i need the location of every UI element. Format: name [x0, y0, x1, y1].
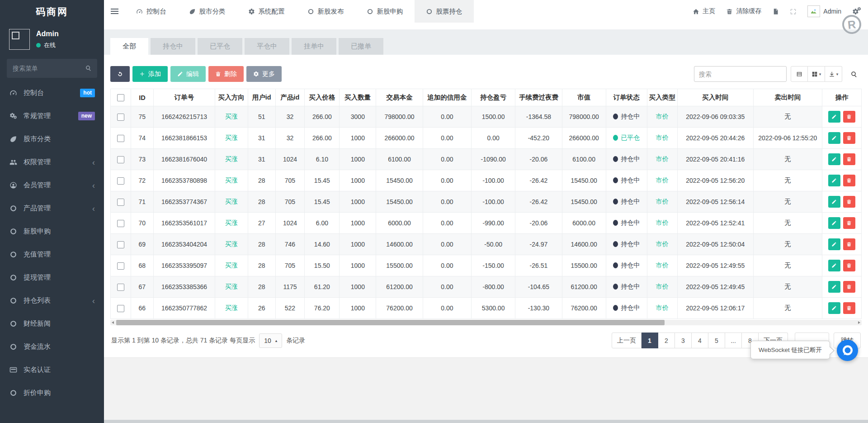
row-checkbox[interactable]	[117, 220, 124, 227]
row-delete-button[interactable]	[843, 132, 855, 144]
topnav-item[interactable]: 股市分类	[178, 0, 237, 23]
row-edit-button[interactable]	[828, 281, 840, 293]
sidebar-item[interactable]: 产品管理‹	[0, 197, 104, 220]
hamburger-menu-icon[interactable]	[104, 0, 125, 23]
fullscreen-icon[interactable]	[790, 8, 797, 15]
sidebar-item[interactable]: 持仓列表‹	[0, 289, 104, 312]
row-checkbox[interactable]	[117, 284, 124, 291]
row-checkbox[interactable]	[117, 199, 124, 206]
circle-icon	[9, 343, 18, 351]
row-checkbox[interactable]	[117, 305, 124, 312]
online-status: 在线	[36, 41, 59, 49]
tab-持仓中[interactable]: 持仓中	[151, 38, 195, 55]
table-search-input[interactable]	[694, 66, 787, 82]
chat-fab-button[interactable]	[837, 340, 858, 361]
row-delete-button[interactable]	[843, 153, 855, 165]
row-edit-button[interactable]	[828, 260, 840, 271]
sidebar-item[interactable]: 股市分类	[0, 128, 104, 151]
page-button-3[interactable]: 3	[675, 333, 692, 348]
page-button-4[interactable]: 4	[692, 333, 708, 348]
row-delete-button[interactable]	[843, 217, 855, 229]
sidebar-item[interactable]: 控制台hot	[0, 81, 104, 105]
tab-挂单中[interactable]: 挂单中	[292, 38, 336, 55]
topnav-item[interactable]: 系统配置	[237, 0, 296, 23]
page-button-1[interactable]: 1	[642, 333, 658, 348]
tab-平仓中[interactable]: 平仓中	[245, 38, 289, 55]
select-all-checkbox[interactable]	[117, 94, 124, 101]
topnav-item[interactable]: 控制台	[125, 0, 178, 23]
row-edit-button[interactable]	[828, 175, 840, 186]
row-checkbox[interactable]	[117, 135, 124, 142]
row-edit-button[interactable]	[828, 196, 840, 208]
sidebar-item[interactable]: 常规管理new	[0, 105, 104, 128]
more-button[interactable]: 更多	[246, 66, 282, 82]
avatar[interactable]	[9, 29, 30, 50]
clear-cache-button[interactable]: 清除缓存	[726, 7, 761, 15]
sidebar-item[interactable]: 资金流水	[0, 335, 104, 358]
settings-gears-icon[interactable]	[852, 8, 859, 15]
sidebar-item[interactable]: 会员管理‹	[0, 174, 104, 197]
delete-button[interactable]: 删除	[208, 66, 244, 82]
tab-已撤单[interactable]: 已撤单	[339, 38, 383, 55]
topnav-item[interactable]: 股票持仓	[415, 0, 474, 23]
sidebar-item[interactable]: 充值管理	[0, 243, 104, 266]
page-size-select[interactable]: 10 ▴	[259, 333, 282, 348]
edit-button[interactable]: 编辑	[170, 66, 206, 82]
detail-view-button[interactable]	[791, 66, 808, 82]
row-edit-button[interactable]	[828, 302, 840, 314]
tab-已平仓[interactable]: 已平仓	[198, 38, 242, 55]
scrollbar-thumb[interactable]	[116, 320, 665, 325]
sidebar-item[interactable]: 实名认证	[0, 358, 104, 381]
export-button[interactable]: ▾	[825, 66, 842, 82]
caret-down-icon: ▾	[836, 72, 839, 76]
sidebar-item[interactable]: 新股申购	[0, 220, 104, 243]
prev-page-button[interactable]: 上一页	[612, 333, 642, 348]
page-button-2[interactable]: 2	[658, 333, 675, 348]
row-edit-button[interactable]	[828, 111, 840, 123]
row-checkbox[interactable]	[117, 241, 124, 248]
column-header: ID	[131, 89, 154, 106]
cell-principal: 6100.00	[376, 149, 423, 170]
page-button-5[interactable]: 5	[708, 333, 725, 348]
horizontal-scrollbar[interactable]	[110, 320, 862, 325]
row-edit-button[interactable]	[828, 153, 840, 165]
row-delete-button[interactable]	[843, 111, 855, 123]
search-toggle-button[interactable]	[846, 66, 862, 82]
row-edit-button[interactable]	[828, 132, 840, 144]
status-badge: 持仓中	[613, 176, 640, 185]
scroll-left-arrow-icon[interactable]	[112, 321, 114, 324]
row-delete-button[interactable]	[843, 281, 855, 293]
columns-button[interactable]: ▾	[808, 66, 825, 82]
page-button-...[interactable]: ...	[725, 333, 742, 348]
add-button[interactable]: 添加	[132, 66, 168, 82]
sidebar-item[interactable]: 折价申购	[0, 381, 104, 404]
tab-全部[interactable]: 全部	[110, 38, 148, 55]
row-checkbox[interactable]	[117, 156, 124, 163]
sidebar-item[interactable]: 提现管理	[0, 266, 104, 289]
topnav-item[interactable]: 新股发布	[296, 0, 355, 23]
document-icon[interactable]	[772, 8, 779, 15]
cell-order-no: 1662381676040	[154, 149, 215, 170]
row-edit-button[interactable]	[828, 238, 840, 250]
row-delete-button[interactable]	[843, 196, 855, 208]
menu-search-input[interactable]	[7, 59, 97, 78]
row-checkbox[interactable]	[117, 177, 124, 185]
row-delete-button[interactable]	[843, 238, 855, 250]
home-link[interactable]: 主页	[693, 7, 715, 15]
sidebar-item[interactable]: 权限管理‹	[0, 151, 104, 174]
cell-market-value: 6000.00	[562, 213, 606, 234]
row-delete-button[interactable]	[843, 175, 855, 186]
cell-market-value: 15450.00	[562, 170, 606, 191]
sidebar-item[interactable]: 财经新闻	[0, 312, 104, 335]
bottom-scrollbar[interactable]	[104, 420, 868, 423]
scroll-right-arrow-icon[interactable]	[858, 321, 860, 324]
row-delete-button[interactable]	[843, 260, 855, 271]
row-edit-button[interactable]	[828, 217, 840, 229]
topnav-item[interactable]: 新股申购	[355, 0, 415, 23]
row-checkbox[interactable]	[117, 114, 124, 121]
refresh-button[interactable]	[110, 66, 130, 82]
row-checkbox[interactable]	[117, 262, 124, 270]
user-menu[interactable]: Admin	[807, 5, 841, 17]
column-header: 买入价格	[305, 89, 340, 106]
row-delete-button[interactable]	[843, 302, 855, 314]
